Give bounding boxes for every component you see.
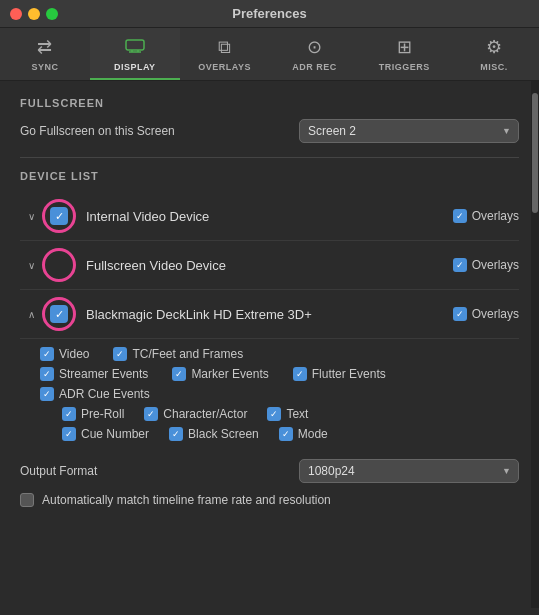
screen-select[interactable]: Screen 1 Screen 2 Screen 3	[299, 119, 519, 143]
video-checkbox[interactable]: ✓	[40, 347, 54, 361]
tab-overlays-label: OVERLAYS	[198, 62, 251, 72]
flutter-label: Flutter Events	[312, 367, 386, 381]
auto-match-row: Automatically match timeline frame rate …	[20, 493, 519, 507]
overlays-3: ✓ Overlays	[453, 307, 519, 321]
output-format-row: Output Format 1080p24 1080p25 1080p30 72…	[20, 459, 519, 483]
overlays-checkbox-1[interactable]: ✓	[453, 209, 467, 223]
mode-checkbox[interactable]: ✓	[279, 427, 293, 441]
chevron-btn-2[interactable]: ∨	[20, 254, 42, 276]
sub-item-marker: ✓ Marker Events	[172, 367, 268, 381]
adr-preroll: ✓ Pre-Roll	[62, 407, 124, 421]
streamer-label: Streamer Events	[59, 367, 148, 381]
close-button[interactable]	[10, 8, 22, 20]
chevron-btn-1[interactable]: ∨	[20, 205, 42, 227]
cue-number-checkbox[interactable]: ✓	[62, 427, 76, 441]
device-list-section: DEVICE LIST ∨ ✓ Internal Video Device ✓ …	[20, 170, 519, 445]
overlays-checkbox-2[interactable]: ✓	[453, 258, 467, 272]
adr-text: ✓ Text	[267, 407, 308, 421]
triggers-icon: ⊞	[397, 36, 412, 58]
checkmark-1: ✓	[50, 207, 68, 225]
adr-rec-icon: ⊙	[307, 36, 322, 58]
title-bar: Preferences	[0, 0, 539, 28]
marker-label: Marker Events	[191, 367, 268, 381]
tab-sync[interactable]: ⇄ SYNC	[0, 28, 90, 80]
overlays-label-3: Overlays	[472, 307, 519, 321]
tc-label: TC/Feet and Frames	[132, 347, 243, 361]
adr-row-1: ✓ Pre-Roll ✓ Character/Actor ✓ Text	[62, 407, 519, 421]
output-format-select[interactable]: 1080p24 1080p25 1080p30 720p24	[299, 459, 519, 483]
overlays-label-2: Overlays	[472, 258, 519, 272]
marker-checkbox[interactable]: ✓	[172, 367, 186, 381]
checkmark-3: ✓	[50, 305, 68, 323]
streamer-checkbox[interactable]: ✓	[40, 367, 54, 381]
misc-icon: ⚙	[486, 36, 502, 58]
device-name-1: Internal Video Device	[86, 209, 453, 224]
black-screen-checkbox[interactable]: ✓	[169, 427, 183, 441]
text-label: Text	[286, 407, 308, 421]
auto-match-label: Automatically match timeline frame rate …	[42, 493, 331, 507]
window-title: Preferences	[232, 6, 306, 21]
divider-1	[20, 157, 519, 158]
checkmark-2	[50, 256, 68, 274]
overlays-1: ✓ Overlays	[453, 209, 519, 223]
sub-item-video: ✓ Video	[40, 347, 89, 361]
adr-label: ADR Cue Events	[59, 387, 150, 401]
adr-mode: ✓ Mode	[279, 427, 328, 441]
device-circle-2[interactable]	[42, 248, 76, 282]
output-format-select-wrapper: 1080p24 1080p25 1080p30 720p24	[299, 459, 519, 483]
tc-checkbox[interactable]: ✓	[113, 347, 127, 361]
overlays-checkbox-3[interactable]: ✓	[453, 307, 467, 321]
device-circle-3[interactable]: ✓	[42, 297, 76, 331]
device-circle-1[interactable]: ✓	[42, 199, 76, 233]
chevron-btn-3[interactable]: ∧	[20, 303, 42, 325]
device-item-1: ∨ ✓ Internal Video Device ✓ Overlays	[20, 192, 519, 241]
tab-sync-label: SYNC	[31, 62, 58, 72]
tab-display[interactable]: DISPLAY	[90, 28, 180, 80]
go-fullscreen-label: Go Fullscreen on this Screen	[20, 124, 299, 138]
flutter-checkbox[interactable]: ✓	[293, 367, 307, 381]
sub-item-tc: ✓ TC/Feet and Frames	[113, 347, 243, 361]
adr-section: ✓ ADR Cue Events ✓ Pre-Roll ✓ Character/…	[40, 387, 519, 441]
sub-item-flutter: ✓ Flutter Events	[293, 367, 386, 381]
video-label: Video	[59, 347, 89, 361]
device-item-3: ∧ ✓ Blackmagic DeckLink HD Extreme 3D+ ✓…	[20, 290, 519, 339]
adr-checkbox[interactable]: ✓	[40, 387, 54, 401]
device-list-title: DEVICE LIST	[20, 170, 519, 182]
sync-icon: ⇄	[37, 36, 52, 58]
device-item-2: ∨ Fullscreen Video Device ✓ Overlays	[20, 241, 519, 290]
tab-adr-rec-label: ADR REC	[292, 62, 337, 72]
auto-match-checkbox[interactable]	[20, 493, 34, 507]
fullscreen-title: FULLSCREEN	[20, 97, 519, 109]
tab-triggers-label: TRIGGERS	[379, 62, 430, 72]
tab-triggers[interactable]: ⊞ TRIGGERS	[359, 28, 449, 80]
minimize-button[interactable]	[28, 8, 40, 20]
maximize-button[interactable]	[46, 8, 58, 20]
tab-overlays[interactable]: ⧉ OVERLAYS	[180, 28, 270, 80]
cue-number-label: Cue Number	[81, 427, 149, 441]
tab-misc[interactable]: ⚙ MISC.	[449, 28, 539, 80]
adr-character: ✓ Character/Actor	[144, 407, 247, 421]
fullscreen-section: FULLSCREEN Go Fullscreen on this Screen …	[20, 97, 519, 143]
sub-item-streamer: ✓ Streamer Events	[40, 367, 148, 381]
character-checkbox[interactable]: ✓	[144, 407, 158, 421]
sub-row-1: ✓ Video ✓ TC/Feet and Frames	[40, 347, 519, 361]
tab-display-label: DISPLAY	[114, 62, 156, 72]
display-icon	[125, 37, 145, 58]
device-name-2: Fullscreen Video Device	[86, 258, 453, 273]
adr-header: ✓ ADR Cue Events	[40, 387, 519, 401]
output-format-label: Output Format	[20, 464, 299, 478]
fullscreen-row: Go Fullscreen on this Screen Screen 1 Sc…	[20, 119, 519, 143]
overlays-2: ✓ Overlays	[453, 258, 519, 272]
tab-bar: ⇄ SYNC DISPLAY ⧉ OVERLAYS ⊙ ADR REC ⊞ TR…	[0, 28, 539, 81]
text-checkbox[interactable]: ✓	[267, 407, 281, 421]
sub-options: ✓ Video ✓ TC/Feet and Frames ✓ Streamer …	[20, 339, 519, 445]
screen-select-wrapper: Screen 1 Screen 2 Screen 3	[299, 119, 519, 143]
adr-cue-number: ✓ Cue Number	[62, 427, 149, 441]
preroll-checkbox[interactable]: ✓	[62, 407, 76, 421]
svg-rect-0	[126, 40, 144, 50]
scroll-thumb[interactable]	[532, 93, 538, 213]
adr-black-screen: ✓ Black Screen	[169, 427, 259, 441]
tab-adr-rec[interactable]: ⊙ ADR REC	[269, 28, 359, 80]
sub-row-2: ✓ Streamer Events ✓ Marker Events ✓ Flut…	[40, 367, 519, 381]
character-label: Character/Actor	[163, 407, 247, 421]
